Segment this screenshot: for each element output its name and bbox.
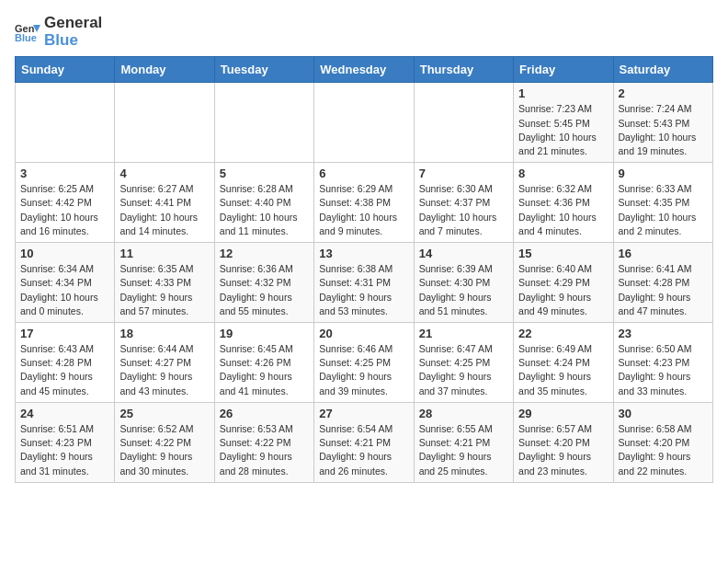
logo-text-line2: Blue [44,32,102,50]
day-info: Sunrise: 6:29 AM Sunset: 4:38 PM Dayligh… [319,182,408,238]
calendar-cell: 2Sunrise: 7:24 AM Sunset: 5:43 PM Daylig… [613,83,712,163]
calendar-cell [115,83,214,163]
calendar-cell: 20Sunrise: 6:46 AM Sunset: 4:25 PM Dayli… [314,323,414,403]
calendar-cell: 11Sunrise: 6:35 AM Sunset: 4:33 PM Dayli… [115,243,214,323]
day-number: 3 [20,167,109,180]
calendar-table: SundayMondayTuesdayWednesdayThursdayFrid… [15,56,713,482]
day-info: Sunrise: 7:24 AM Sunset: 5:43 PM Dayligh… [619,102,708,158]
day-info: Sunrise: 6:49 AM Sunset: 4:24 PM Dayligh… [518,342,608,398]
calendar-cell: 30Sunrise: 6:58 AM Sunset: 4:20 PM Dayli… [613,402,712,482]
calendar-cell [214,83,313,163]
calendar-cell: 15Sunrise: 6:40 AM Sunset: 4:29 PM Dayli… [514,243,613,323]
day-number: 4 [119,167,209,180]
day-info: Sunrise: 6:34 AM Sunset: 4:34 PM Dayligh… [20,262,109,318]
day-info: Sunrise: 6:53 AM Sunset: 4:22 PM Dayligh… [220,422,309,478]
logo: Gen Blue General Blue [15,15,102,49]
calendar-cell: 6Sunrise: 6:29 AM Sunset: 4:38 PM Daylig… [314,163,414,243]
weekday-header-thursday: Thursday [414,57,513,83]
day-info: Sunrise: 6:35 AM Sunset: 4:33 PM Dayligh… [119,262,209,318]
calendar-cell: 21Sunrise: 6:47 AM Sunset: 4:25 PM Dayli… [414,323,513,403]
weekday-header-monday: Monday [115,57,214,83]
day-number: 10 [20,247,109,260]
day-number: 17 [20,327,109,340]
weekday-header-wednesday: Wednesday [314,57,414,83]
day-info: Sunrise: 6:44 AM Sunset: 4:27 PM Dayligh… [119,342,209,398]
day-info: Sunrise: 6:28 AM Sunset: 4:40 PM Dayligh… [220,182,309,238]
calendar-cell: 27Sunrise: 6:54 AM Sunset: 4:21 PM Dayli… [314,402,414,482]
calendar-cell [16,83,115,163]
day-number: 9 [619,167,708,180]
calendar-cell: 23Sunrise: 6:50 AM Sunset: 4:23 PM Dayli… [613,323,712,403]
calendar-cell: 8Sunrise: 6:32 AM Sunset: 4:36 PM Daylig… [514,163,613,243]
day-number: 5 [220,167,309,180]
calendar-cell: 14Sunrise: 6:39 AM Sunset: 4:30 PM Dayli… [414,243,513,323]
calendar-week-row: 17Sunrise: 6:43 AM Sunset: 4:28 PM Dayli… [16,323,713,403]
calendar-cell: 12Sunrise: 6:36 AM Sunset: 4:32 PM Dayli… [214,243,313,323]
logo-text-line1: General [44,15,102,32]
day-number: 26 [220,407,309,420]
calendar-cell: 29Sunrise: 6:57 AM Sunset: 4:20 PM Dayli… [514,402,613,482]
calendar-cell: 10Sunrise: 6:34 AM Sunset: 4:34 PM Dayli… [16,243,115,323]
day-info: Sunrise: 6:38 AM Sunset: 4:31 PM Dayligh… [319,262,408,318]
day-info: Sunrise: 6:46 AM Sunset: 4:25 PM Dayligh… [319,342,408,398]
calendar-cell: 1Sunrise: 7:23 AM Sunset: 5:45 PM Daylig… [514,83,613,163]
calendar-cell: 17Sunrise: 6:43 AM Sunset: 4:28 PM Dayli… [16,323,115,403]
day-info: Sunrise: 6:45 AM Sunset: 4:26 PM Dayligh… [220,342,309,398]
weekday-header-saturday: Saturday [613,57,712,83]
day-info: Sunrise: 6:57 AM Sunset: 4:20 PM Dayligh… [518,422,608,478]
day-info: Sunrise: 6:41 AM Sunset: 4:28 PM Dayligh… [619,262,708,318]
day-info: Sunrise: 6:25 AM Sunset: 4:42 PM Dayligh… [20,182,109,238]
day-number: 1 [518,86,608,100]
day-number: 16 [619,247,708,260]
calendar-header-row: SundayMondayTuesdayWednesdayThursdayFrid… [16,57,713,83]
day-info: Sunrise: 6:54 AM Sunset: 4:21 PM Dayligh… [319,422,408,478]
day-number: 23 [619,327,708,340]
day-info: Sunrise: 6:51 AM Sunset: 4:23 PM Dayligh… [20,422,109,478]
day-number: 29 [518,407,608,420]
day-number: 30 [619,407,708,420]
calendar-cell: 5Sunrise: 6:28 AM Sunset: 4:40 PM Daylig… [214,163,313,243]
calendar-cell: 13Sunrise: 6:38 AM Sunset: 4:31 PM Dayli… [314,243,414,323]
calendar-cell: 3Sunrise: 6:25 AM Sunset: 4:42 PM Daylig… [16,163,115,243]
weekday-header-friday: Friday [514,57,613,83]
calendar-cell: 18Sunrise: 6:44 AM Sunset: 4:27 PM Dayli… [115,323,214,403]
day-info: Sunrise: 6:47 AM Sunset: 4:25 PM Dayligh… [419,342,508,398]
calendar-week-row: 3Sunrise: 6:25 AM Sunset: 4:42 PM Daylig… [16,163,713,243]
day-info: Sunrise: 7:23 AM Sunset: 5:45 PM Dayligh… [518,102,608,158]
logo-icon: Gen Blue [15,19,40,45]
day-number: 11 [119,247,209,260]
day-number: 25 [119,407,209,420]
calendar-cell: 28Sunrise: 6:55 AM Sunset: 4:21 PM Dayli… [414,402,513,482]
day-number: 14 [419,247,508,260]
calendar-cell [314,83,414,163]
calendar-cell: 22Sunrise: 6:49 AM Sunset: 4:24 PM Dayli… [514,323,613,403]
day-number: 28 [419,407,508,420]
day-info: Sunrise: 6:36 AM Sunset: 4:32 PM Dayligh… [220,262,309,318]
day-info: Sunrise: 6:52 AM Sunset: 4:22 PM Dayligh… [119,422,209,478]
day-info: Sunrise: 6:50 AM Sunset: 4:23 PM Dayligh… [619,342,708,398]
day-info: Sunrise: 6:32 AM Sunset: 4:36 PM Dayligh… [518,182,608,238]
day-number: 8 [518,167,608,180]
day-info: Sunrise: 6:33 AM Sunset: 4:35 PM Dayligh… [619,182,708,238]
weekday-header-sunday: Sunday [16,57,115,83]
day-info: Sunrise: 6:27 AM Sunset: 4:41 PM Dayligh… [119,182,209,238]
day-info: Sunrise: 6:30 AM Sunset: 4:37 PM Dayligh… [419,182,508,238]
day-number: 15 [518,247,608,260]
calendar-cell: 4Sunrise: 6:27 AM Sunset: 4:41 PM Daylig… [115,163,214,243]
calendar-cell: 7Sunrise: 6:30 AM Sunset: 4:37 PM Daylig… [414,163,513,243]
day-number: 13 [319,247,408,260]
day-number: 2 [619,86,708,100]
day-info: Sunrise: 6:40 AM Sunset: 4:29 PM Dayligh… [518,262,608,318]
day-info: Sunrise: 6:43 AM Sunset: 4:28 PM Dayligh… [20,342,109,398]
day-number: 6 [319,167,408,180]
weekday-header-tuesday: Tuesday [214,57,313,83]
day-number: 22 [518,327,608,340]
day-info: Sunrise: 6:55 AM Sunset: 4:21 PM Dayligh… [419,422,508,478]
calendar-cell: 25Sunrise: 6:52 AM Sunset: 4:22 PM Dayli… [115,402,214,482]
day-info: Sunrise: 6:58 AM Sunset: 4:20 PM Dayligh… [619,422,708,478]
calendar-week-row: 24Sunrise: 6:51 AM Sunset: 4:23 PM Dayli… [16,402,713,482]
calendar-cell: 19Sunrise: 6:45 AM Sunset: 4:26 PM Dayli… [214,323,313,403]
page-header: Gen Blue General Blue [15,15,713,49]
day-number: 18 [119,327,209,340]
calendar-cell: 16Sunrise: 6:41 AM Sunset: 4:28 PM Dayli… [613,243,712,323]
